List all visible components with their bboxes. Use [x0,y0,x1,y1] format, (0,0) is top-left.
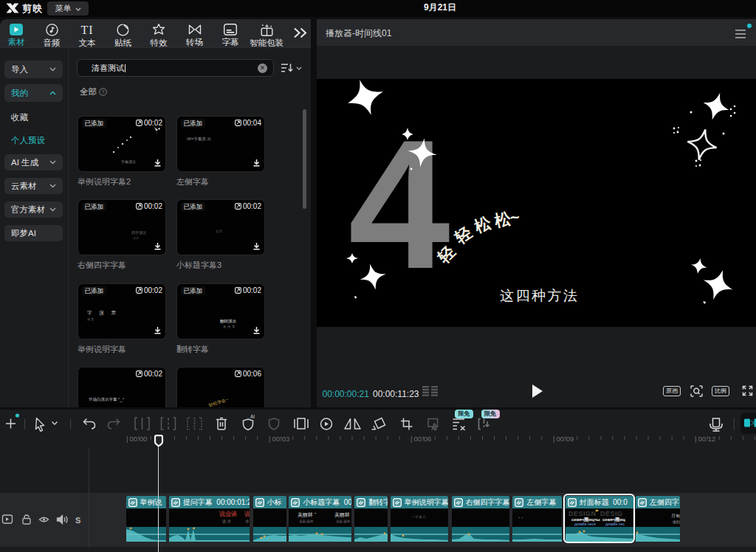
svg-text:美丽林 ˆ: 美丽林 ˆ [298,512,317,518]
svg-text:-W=字幕演 示: -W=字幕演 示 [186,137,211,142]
svg-text:说 业: 说 业 [221,519,230,524]
svg-text:字 演 示: 字 演 示 [87,310,119,316]
svg-text:示演: 示演 [133,236,139,241]
svg-text:美丽 丽林: 美丽 丽林 [299,520,314,524]
svg-text:S: S [75,516,80,525]
svg-text:说业谈: 说业谈 [219,511,238,517]
svg-text:示演字: 示演字 [223,325,236,329]
svg-text:做到: 做到 [673,520,680,525]
svg-text:字幕演示: 字幕演示 [121,159,136,165]
svg-text:一字幕儿: 一字幕儿 [411,514,426,519]
svg-text:业: 业 [245,519,249,523]
svg-text:标题: 标题 [215,230,223,234]
svg-text:示 字: 示 字 [87,317,94,322]
svg-text:轻松学会~: 轻松学会~ [208,397,229,407]
svg-text:说: 说 [244,511,250,517]
svg-text:翻转演示: 翻转演示 [220,319,237,324]
svg-text:月訇: 月訇 [671,514,680,519]
svg-text:?: ? [102,89,105,94]
svg-text:四字演示: 四字演示 [131,230,146,235]
svg-text:美丽林 ˆ: 美丽林 ˆ [334,512,351,518]
svg-text:开场白演示字幕 ˣ‿ˣ: 开场白演示字幕 ˣ‿ˣ [89,397,124,402]
svg-text:- -: - - [518,514,523,520]
svg-text:美丽 丽林: 美丽 丽林 [336,520,351,524]
